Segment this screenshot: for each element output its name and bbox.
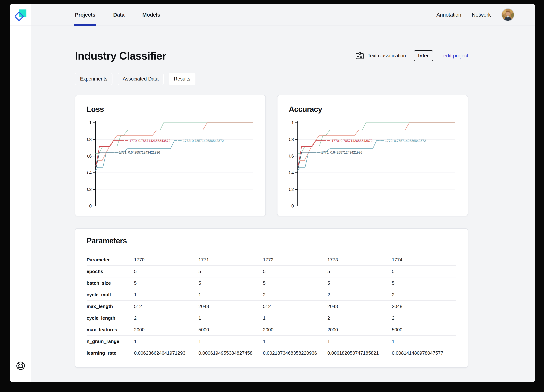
svg-text:0.4: 0.4	[87, 170, 92, 175]
row-label: learning_rate	[87, 350, 134, 356]
table-row: batch_size55555	[87, 277, 456, 289]
nav-item-models[interactable]: Models	[142, 4, 160, 25]
table-cell: 1	[134, 292, 199, 298]
table-cell: 2000	[134, 327, 199, 333]
app-logo[interactable]	[15, 10, 26, 21]
page-title: Industry Classifier	[75, 50, 166, 62]
svg-text:1770: 0.7857142686843872: 1770: 0.7857142686843872	[129, 139, 170, 143]
help-button[interactable]	[16, 361, 25, 370]
parameters-table: Parameter17701771177217731774epochs55555…	[87, 254, 456, 359]
table-cell: 5	[134, 269, 199, 274]
row-label: n_gram_range	[87, 339, 134, 344]
table-cell: 0.008141480978047577	[392, 350, 456, 356]
project-type: Text classification	[355, 52, 406, 60]
charts-row: Loss 00.20.40.60.811770: 0.7857142686843…	[75, 95, 468, 216]
nav-item-label: Projects	[75, 12, 95, 18]
table-cell: 0.006182050747185821	[327, 350, 392, 356]
row-label: max_features	[87, 327, 134, 333]
svg-text:0.2: 0.2	[87, 187, 92, 192]
table-cell: 1	[199, 315, 263, 321]
table-cell: 2048	[199, 304, 263, 309]
nav-item-label: Annotation	[437, 12, 461, 18]
row-label: cycle_length	[87, 315, 134, 321]
table-header-row: Parameter17701771177217731774	[87, 254, 456, 266]
svg-text:1: 1	[291, 120, 294, 125]
app-window: ProjectsDataModels AnnotationNetwork Ind…	[10, 4, 535, 382]
table-cell: 1	[263, 315, 327, 321]
row-label: max_length	[87, 304, 134, 309]
table-cell: 5	[199, 269, 263, 274]
avatar[interactable]	[501, 8, 514, 21]
loss-chart-title: Loss	[87, 105, 254, 114]
table-cell: 5000	[392, 327, 456, 333]
parameters-card: Parameters Parameter17701771177217731774…	[75, 228, 468, 368]
svg-text:1: 1	[89, 120, 92, 125]
title-actions: Text classification Infer edit project	[355, 50, 468, 61]
svg-text:0.4: 0.4	[289, 170, 294, 175]
table-cell: 5	[327, 269, 392, 274]
tab-associated-data[interactable]: Associated Data	[118, 73, 164, 85]
loss-card: Loss 00.20.40.60.811770: 0.7857142686843…	[75, 95, 266, 216]
table-cell: 2	[263, 292, 327, 298]
avatar-photo	[501, 8, 514, 21]
nav-item-projects[interactable]: Projects	[75, 4, 95, 25]
table-cell: 5	[327, 280, 392, 286]
table-cell: 0.0021873468358220936	[263, 350, 327, 356]
tab-experiments[interactable]: Experiments	[75, 73, 112, 85]
table-cell: 2	[327, 292, 392, 298]
table-cell: 5	[263, 269, 327, 274]
table-cell: 5	[392, 280, 456, 286]
svg-text:0: 0	[291, 203, 294, 208]
row-label: epochs	[87, 269, 134, 274]
table-cell: 5	[392, 269, 456, 274]
edit-project-link[interactable]: edit project	[443, 53, 468, 59]
logo-icon	[15, 10, 26, 21]
table-cell: 2	[392, 292, 456, 298]
table-cell: 5000	[199, 327, 263, 333]
svg-text:1772: 0.7857142686843872: 1772: 0.7857142686843872	[183, 139, 224, 143]
lifebuoy-icon	[16, 361, 25, 370]
table-cell: 2	[134, 315, 199, 321]
nav-item-label: Models	[142, 12, 160, 18]
table-row: cycle_length21122	[87, 312, 456, 324]
table-row: learning_rate0.0062366246419712930,00061…	[87, 347, 456, 359]
table-cell: 0.006236624641971293	[134, 350, 199, 356]
tab-results[interactable]: Results	[169, 73, 195, 85]
accuracy-card: Accuracy 00.20.40.60.811770: 0.785714268…	[277, 95, 468, 216]
sidebar	[10, 4, 31, 382]
table-cell: 2	[327, 315, 392, 321]
table-cell: 2	[392, 315, 456, 321]
nav-item-annotation[interactable]: Annotation	[437, 12, 461, 18]
table-cell: 1770	[134, 257, 199, 263]
nav-item-data[interactable]: Data	[113, 4, 124, 25]
table-row: max_features20005000200020005000	[87, 324, 456, 336]
table-cell: 5	[199, 280, 263, 286]
svg-text:1770: 0.7857142686843872: 1770: 0.7857142686843872	[331, 139, 373, 143]
table-cell: 1773	[327, 257, 392, 263]
table-cell: 1771	[199, 257, 263, 263]
nav-item-network[interactable]: Network	[472, 12, 491, 18]
parameters-title: Parameters	[87, 237, 456, 245]
svg-text:0: 0	[89, 203, 92, 208]
nav-item-label: Network	[472, 12, 491, 18]
table-cell: 512	[134, 304, 199, 309]
table-row: max_length512204851220482048	[87, 301, 456, 312]
table-cell: 1774	[392, 257, 456, 263]
table-cell: 5	[134, 280, 199, 286]
title-row: Industry Classifier Text classification …	[75, 47, 468, 64]
active-nav-underline	[74, 24, 96, 26]
table-row: n_gram_range11111	[87, 336, 456, 347]
label-badge-icon	[355, 52, 364, 60]
svg-text:0.8: 0.8	[87, 137, 92, 142]
svg-text:0.6: 0.6	[87, 154, 92, 158]
page-content: Industry Classifier Text classification …	[31, 25, 535, 368]
table-cell: 1	[199, 292, 263, 298]
table-cell: 2000	[327, 327, 392, 333]
accuracy-chart-title: Accuracy	[289, 105, 456, 114]
svg-text:0.2: 0.2	[289, 187, 294, 192]
infer-button[interactable]: Infer	[414, 50, 433, 61]
table-cell: 1	[263, 339, 327, 344]
table-cell: 1	[392, 339, 456, 344]
table-cell: 1	[134, 339, 199, 344]
table-cell: 2048	[392, 304, 456, 309]
